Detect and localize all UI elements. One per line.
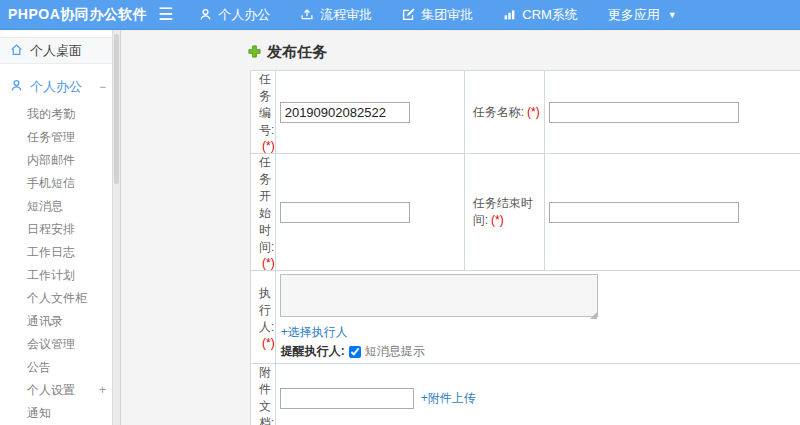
task-name-label: 任务名称: [473, 105, 524, 119]
end-time-input[interactable] [549, 202, 739, 223]
start-time-label: 任务开始时间: [259, 155, 274, 254]
required-mark: (*) [262, 139, 275, 153]
task-number-input[interactable] [280, 102, 410, 123]
home-icon [10, 43, 23, 59]
sidebar-item-file-cabinet[interactable]: 个人文件柜 [0, 287, 112, 310]
nav-crm[interactable]: CRM系统 [503, 6, 578, 24]
sidebar-item-task-management[interactable]: 任务管理 [0, 126, 112, 149]
add-plus-icon [248, 44, 261, 61]
required-mark: (*) [527, 105, 540, 119]
sidebar-item-sms[interactable]: 手机短信 [0, 172, 112, 195]
sidebar: 个人桌面 个人办公 − 我的考勤 任务管理 内部邮件 手机短信 短消息 日程安排… [0, 30, 112, 425]
flow-approval-icon [300, 8, 314, 21]
sidebar-item-desktop[interactable]: 个人桌面 [0, 37, 112, 64]
person-icon [10, 79, 23, 95]
sidebar-item-meeting[interactable]: 会议管理 [0, 333, 112, 356]
sidebar-item-schedule[interactable]: 日程安排 [0, 218, 112, 241]
resize-handle[interactable] [590, 312, 597, 319]
task-number-label: 任务编号: [259, 72, 274, 137]
task-name-input[interactable] [549, 102, 739, 123]
sms-remind-option-label: 短消息提示 [365, 343, 425, 360]
top-nav: 个人办公 流程审批 集团审批 CRM系统 更多应用 ▼ [199, 6, 707, 24]
sidebar-item-work-plan[interactable]: 工作计划 [0, 264, 112, 287]
form-row-attachment: 附件文档: +附件上传 [251, 364, 800, 425]
form-row-executor: 执行人:(*) +选择执行人 提醒执行人: 短消息提示 [251, 271, 800, 364]
main-content: 发布任务 任务编号:(*) 任务名称:(*) 任务开始时间:(*) 任务结束时间… [122, 30, 800, 425]
sidebar-scrollbar[interactable] [112, 30, 121, 425]
sidebar-item-work-log[interactable]: 工作日志 [0, 241, 112, 264]
executor-label: 执行人: [259, 286, 274, 334]
required-mark: (*) [491, 213, 504, 227]
form-row-number-name: 任务编号:(*) 任务名称:(*) [251, 71, 800, 154]
page-title: 发布任务 [248, 43, 327, 62]
attachment-label: 附件文档: [259, 365, 274, 425]
sidebar-item-contacts[interactable]: 通讯录 [0, 310, 112, 333]
chevron-down-icon: ▼ [668, 10, 677, 20]
sidebar-item-attendance[interactable]: 我的考勤 [0, 103, 112, 126]
sidebar-list: 我的考勤 任务管理 内部邮件 手机短信 短消息 日程安排 工作日志 工作计划 个… [0, 103, 112, 425]
attachment-upload-link[interactable]: +附件上传 [421, 390, 476, 407]
start-time-input[interactable] [280, 202, 410, 223]
sidebar-item-internal-mail[interactable]: 内部邮件 [0, 149, 112, 172]
edit-square-icon [402, 8, 415, 21]
sms-remind-checkbox[interactable] [349, 346, 361, 358]
sidebar-item-short-message[interactable]: 短消息 [0, 195, 112, 218]
remind-executor-label: 提醒执行人: [281, 343, 345, 360]
nav-group-approval[interactable]: 集团审批 [402, 6, 473, 24]
required-mark: (*) [262, 256, 275, 270]
sidebar-group-personal-office[interactable]: 个人办公 − [0, 74, 112, 100]
bar-chart-icon [503, 8, 516, 21]
sidebar-item-settings[interactable]: 个人设置 + [0, 379, 112, 402]
publish-task-form: 任务编号:(*) 任务名称:(*) 任务开始时间:(*) 任务结束时间:(*) … [250, 70, 800, 425]
nav-workflow-approval[interactable]: 流程审批 [300, 6, 372, 24]
person-icon [199, 8, 212, 21]
app-window: PHPOA协同办公软件 ☰ 个人办公 流程审批 集团审批 CRM系统 更多应用 … [0, 0, 800, 425]
form-row-times: 任务开始时间:(*) 任务结束时间:(*) [251, 154, 800, 271]
executor-textarea[interactable] [280, 274, 598, 317]
expand-icon[interactable]: + [99, 379, 106, 402]
topbar: PHPOA协同办公软件 ☰ 个人办公 流程审批 集团审批 CRM系统 更多应用 … [0, 0, 800, 30]
attachment-input[interactable] [280, 388, 414, 409]
scrollbar-thumb[interactable] [114, 34, 119, 184]
menu-toggle-icon[interactable]: ☰ [158, 6, 173, 23]
required-mark: (*) [262, 336, 275, 350]
sidebar-item-notice[interactable]: 通知 [0, 402, 112, 425]
select-executor-link[interactable]: +选择执行人 [281, 324, 800, 341]
app-logo: PHPOA协同办公软件 [0, 6, 158, 24]
nav-personal-office[interactable]: 个人办公 [199, 6, 270, 24]
sidebar-item-announcement[interactable]: 公告 [0, 356, 112, 379]
collapse-icon[interactable]: − [99, 80, 106, 94]
nav-more-apps[interactable]: 更多应用 ▼ [608, 6, 677, 24]
